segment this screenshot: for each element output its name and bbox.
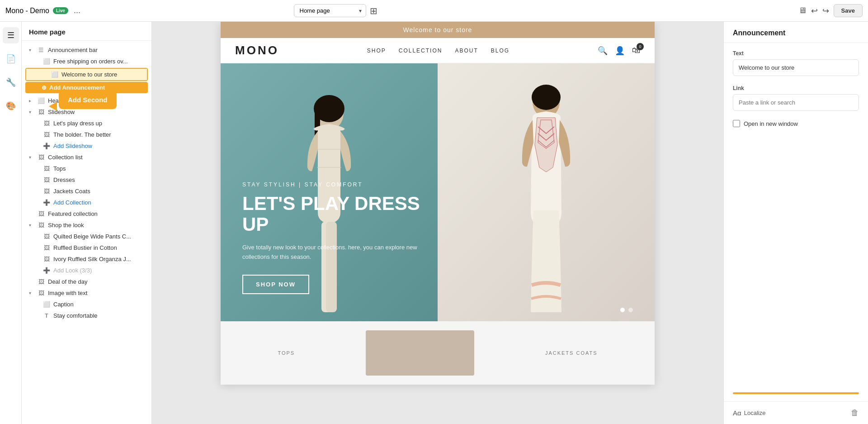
nav-link-blog[interactable]: BLOG (491, 48, 509, 54)
live-badge: Live (53, 7, 68, 14)
add-collection-button[interactable]: ➕ Add Collection (22, 197, 151, 208)
cart-icon[interactable]: 🛍 0 (632, 46, 640, 55)
localize-button[interactable]: Aα Localize (733, 409, 765, 417)
tree-item-deal-of-day[interactable]: 🖼 Deal of the day (22, 276, 151, 287)
hero-tagline: STAY STYLISH | STAY COMFORT (242, 181, 432, 188)
store-nav-icons: 🔍 👤 🛍 0 (598, 46, 640, 56)
tree-item-dresses[interactable]: 🖼 Dresses (22, 174, 151, 186)
expand-arrow: ▾ (29, 48, 34, 52)
expand-arrow: ▾ (29, 155, 34, 160)
more-menu-button[interactable]: ... (74, 6, 80, 15)
apps-icon[interactable]: 🔧 (3, 74, 19, 91)
hero-text-block: STAY STYLISH | STAY COMFORT LET'S PLAY D… (242, 181, 432, 294)
redo-button[interactable]: ↪ (822, 6, 829, 16)
add-look-button: ➕ Add Look (3/3) (22, 265, 151, 276)
tree-item-lets-play[interactable]: 🖼 Let's play dress up (22, 118, 151, 129)
tree-item-caption[interactable]: ⬜ Caption (22, 299, 151, 310)
tree-item-image-with-text[interactable]: ▾ 🖼 Image with text (22, 287, 151, 299)
device-preview-icon[interactable]: 🖥 (798, 6, 807, 15)
store-logo: MONO (235, 43, 279, 57)
text-input[interactable] (733, 59, 859, 76)
tree-item-jackets-coats[interactable]: 🖼 Jackets Coats (22, 186, 151, 197)
grid-view-icon[interactable]: ⊞ (370, 5, 377, 16)
text-field-group: Text (733, 50, 859, 76)
section-icon: 🖼 (37, 210, 45, 217)
sections-icon[interactable]: ☰ (3, 27, 19, 43)
link-input[interactable] (733, 94, 859, 111)
hero-dot-1[interactable] (620, 308, 625, 312)
store-bottom-section: TOPS JACKETS COATS (221, 321, 655, 385)
plus-icon: ⊕ (42, 84, 47, 91)
item-icon: 🖼 (42, 244, 51, 251)
tree-item-tops[interactable]: 🖼 Tops (22, 163, 151, 174)
undo-button[interactable]: ↩ (811, 6, 818, 16)
slide-icon: 🖼 (42, 120, 51, 127)
tree-item-announcement-bar[interactable]: ▾ ☰ Announcement bar (22, 44, 151, 56)
tree-item-shop-the-look[interactable]: ▾ 🖼 Shop the look (22, 219, 151, 231)
section-icon: ☰ (37, 47, 45, 53)
left-panel: Home page ▾ ☰ Announcement bar ⬜ Free sh… (22, 22, 152, 424)
item-icon: 🖼 (42, 188, 51, 195)
plus-icon: ➕ (42, 199, 51, 206)
hero-cta-button[interactable]: SHOP NOW (242, 275, 309, 294)
theme-icon[interactable]: 🎨 (3, 98, 19, 114)
tree-item-quilted-beige[interactable]: 🖼 Quilted Beige Wide Pants C... (22, 231, 151, 242)
store-nav-links: SHOP COLLECTION ABOUT BLOG (367, 48, 509, 54)
expand-arrow: ▾ (29, 223, 34, 228)
section-icon: 🖼 (37, 278, 45, 285)
bottom-label-tops: TOPS (278, 350, 295, 356)
search-icon[interactable]: 🔍 (598, 46, 608, 56)
block-icon: ⬜ (42, 58, 51, 65)
store-nav: MONO SHOP COLLECTION ABOUT BLOG 🔍 👤 🛍 0 (221, 38, 655, 63)
section-icon: 🖼 (37, 290, 45, 296)
logo-area: Mono - Demo Live (5, 7, 68, 15)
pages-icon[interactable]: 📄 (3, 51, 19, 67)
tree-item-stay-comfortable[interactable]: T Stay comfortable (22, 310, 151, 321)
hero-title: LET'S PLAY DRESS UP (242, 193, 432, 235)
tree-item-featured-collection[interactable]: 🖼 Featured collection (22, 208, 151, 219)
localize-label: Localize (744, 410, 766, 416)
announcement-text: Welcome to our store (403, 26, 472, 33)
tree-item-the-bolder[interactable]: 🖼 The bolder. The better (22, 129, 151, 140)
tree-item-ruffled-bustier[interactable]: 🖼 Ruffled Bustier in Cotton (22, 242, 151, 253)
tree-item-welcome-store[interactable]: ⬜ Welcome to our store (26, 69, 147, 80)
item-icon: ⬜ (42, 301, 51, 308)
nav-link-collection[interactable]: COLLECTION (399, 48, 443, 54)
save-button[interactable]: Save (834, 4, 863, 17)
add-second-tooltip: Add Second (59, 91, 117, 109)
hero-slider: STAY STYLISH | STAY COMFORT LET'S PLAY D… (221, 63, 655, 321)
expand-arrow: ▾ (29, 110, 34, 114)
right-panel-footer: Aα Localize 🗑 (724, 401, 868, 424)
plus-icon: ➕ (42, 267, 51, 274)
add-slideshow-button[interactable]: ➕ Add Slideshow (22, 140, 151, 152)
right-panel-body: Text Link Open in new window (724, 43, 868, 392)
tree-item-free-shipping[interactable]: ⬜ Free shipping on orders ov... (22, 56, 151, 67)
localize-icon: Aα (733, 409, 741, 417)
slide-icon: 🖼 (42, 131, 51, 138)
nav-link-shop[interactable]: SHOP (367, 48, 386, 54)
account-icon[interactable]: 👤 (615, 46, 625, 56)
highlight-bar (733, 392, 859, 394)
expand-arrow: ▸ (29, 98, 34, 103)
new-window-label[interactable]: Open in new window (744, 120, 798, 127)
hero-dot-2[interactable] (628, 308, 633, 312)
text-field-label: Text (733, 50, 859, 57)
tree-item-ivory-ruffled[interactable]: 🖼 Ivory Ruffled Silk Organza J... (22, 253, 151, 265)
section-icon: ⬜ (37, 97, 45, 104)
tree-item-collection-list[interactable]: ▾ 🖼 Collection list (22, 152, 151, 163)
announcement-bar: Welcome to our store (221, 22, 655, 38)
canvas-frame: Welcome to our store MONO SHOP COLLECTIO… (221, 22, 655, 385)
delete-button[interactable]: 🗑 (851, 408, 859, 418)
hero-dots (620, 308, 633, 312)
topbar: Mono - Demo Live ... Home page ⊞ 🖥 ↩ ↪ S… (0, 0, 868, 22)
right-panel-title: Announcement (724, 22, 868, 43)
nav-link-about[interactable]: ABOUT (455, 48, 478, 54)
bottom-label-jackets: JACKETS COATS (545, 350, 598, 356)
icon-sidebar: ☰ 📄 🔧 🎨 (0, 22, 22, 424)
topbar-right-actions: 🖥 ↩ ↪ Save (798, 4, 863, 17)
item-icon: T (42, 313, 51, 319)
hero-content: STAY STYLISH | STAY COMFORT LET'S PLAY D… (221, 63, 655, 321)
new-window-checkbox[interactable] (733, 120, 740, 127)
page-dropdown[interactable]: Home page (294, 4, 366, 17)
item-icon: 🖼 (42, 233, 51, 240)
